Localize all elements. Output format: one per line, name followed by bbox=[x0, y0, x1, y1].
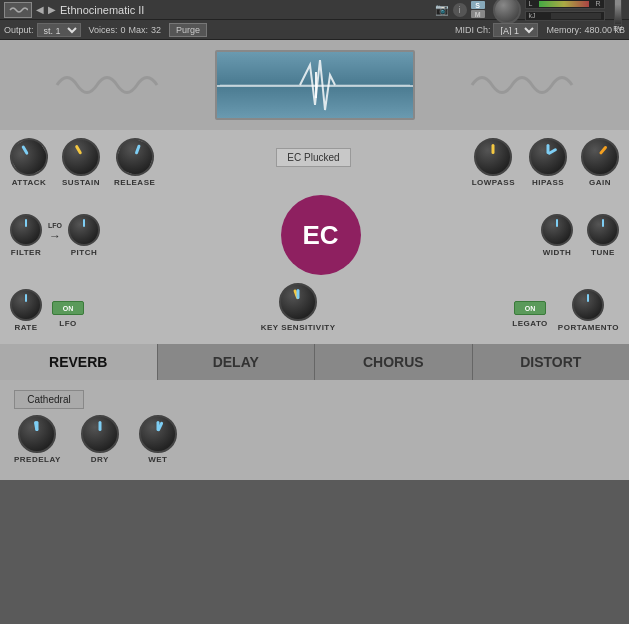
m-button[interactable]: M bbox=[471, 10, 485, 18]
s-button[interactable]: S bbox=[471, 1, 485, 9]
dry-label: DRY bbox=[91, 455, 109, 464]
dry-knob[interactable] bbox=[81, 415, 119, 453]
wet-knob[interactable] bbox=[139, 415, 177, 453]
cathedral-button[interactable]: Cathedral bbox=[14, 390, 84, 409]
attack-label: ATTACK bbox=[12, 178, 47, 187]
logo bbox=[4, 2, 32, 18]
lfo-arrow-group: LFO → bbox=[48, 222, 62, 243]
tab-chorus-label: CHORUS bbox=[363, 354, 424, 370]
sustain-label: SUSTAIN bbox=[62, 178, 100, 187]
wave-left bbox=[10, 55, 205, 115]
key-sens-group: KEY SENSITIVITY bbox=[261, 283, 336, 332]
tab-distort[interactable]: DISTORT bbox=[473, 344, 630, 380]
width-knob[interactable] bbox=[541, 214, 573, 246]
midi-select[interactable]: [A] 1 bbox=[493, 23, 538, 37]
hipass-label: HIPASS bbox=[532, 178, 564, 187]
key-sens-label: KEY SENSITIVITY bbox=[261, 323, 336, 332]
purge-button[interactable]: Purge bbox=[169, 23, 207, 37]
right-knobs-row1: LOWPASS HIPASS GAIN bbox=[472, 138, 619, 187]
filter-knob[interactable] bbox=[10, 214, 42, 246]
row3: RATE ON LFO KEY SENSITIVITY ON LEGATO bbox=[10, 283, 619, 336]
instrument-title: Ethnocinematic II bbox=[60, 4, 431, 16]
tab-reverb-label: REVERB bbox=[49, 354, 107, 370]
wet-group: WET bbox=[139, 415, 177, 464]
lowpass-knob[interactable] bbox=[474, 138, 512, 176]
portamento-group: PORTAMENTO bbox=[558, 289, 619, 332]
rbx-fader[interactable] bbox=[614, 0, 622, 25]
tab-section: REVERB DELAY CHORUS DISTORT bbox=[0, 344, 629, 380]
instrument-panel: ATTACK SUSTAIN RELEASE EC Plucked bbox=[0, 40, 629, 480]
inst-tune-knob[interactable] bbox=[587, 214, 619, 246]
reverb-section: Cathedral PREDELAY DRY WET bbox=[0, 380, 629, 480]
rate-knob[interactable] bbox=[10, 289, 42, 321]
info-icon[interactable]: i bbox=[453, 3, 467, 17]
release-label: RELEASE bbox=[114, 178, 155, 187]
rate-lfo-group: RATE ON LFO bbox=[10, 289, 84, 332]
memory-label: Memory: bbox=[546, 25, 581, 35]
output-item: Output: st. 1 bbox=[4, 23, 81, 37]
pitch-knob[interactable] bbox=[68, 214, 100, 246]
lfo-toggle[interactable]: ON bbox=[52, 301, 84, 315]
midi-item: MIDI Ch: [A] 1 bbox=[455, 23, 539, 37]
output-select[interactable]: st. 1 bbox=[37, 23, 81, 37]
s-m-buttons: S M bbox=[471, 1, 485, 18]
left-knobs-row1: ATTACK SUSTAIN RELEASE bbox=[10, 138, 155, 187]
row1: ATTACK SUSTAIN RELEASE EC Plucked bbox=[10, 138, 619, 187]
lfo-toggle-group: ON LFO bbox=[52, 301, 84, 328]
output-label: Output: bbox=[4, 25, 34, 35]
lr-section: L R kJ bbox=[525, 0, 605, 21]
gain-label: GAIN bbox=[589, 178, 611, 187]
lowpass-group: LOWPASS bbox=[472, 138, 515, 187]
memory-item: Memory: 480.00 kB bbox=[546, 25, 625, 35]
legato-toggle[interactable]: ON bbox=[514, 301, 546, 315]
right-wave-svg bbox=[462, 60, 582, 110]
portamento-label: PORTAMENTO bbox=[558, 323, 619, 332]
portamento-knob[interactable] bbox=[572, 289, 604, 321]
camera-icon[interactable]: 📷 bbox=[435, 3, 449, 16]
wave-right bbox=[425, 55, 620, 115]
width-tune-group: WIDTH TUNE bbox=[541, 214, 619, 257]
wet-label: WET bbox=[148, 455, 167, 464]
width-group: WIDTH bbox=[541, 214, 573, 257]
legato-label: LEGATO bbox=[512, 319, 548, 328]
release-group: RELEASE bbox=[114, 138, 155, 187]
attack-knob[interactable] bbox=[3, 131, 55, 183]
tab-chorus[interactable]: CHORUS bbox=[315, 344, 473, 380]
rate-group: RATE bbox=[10, 289, 42, 332]
pitch-label: PITCH bbox=[71, 248, 98, 257]
tune-group: TUNE bbox=[587, 214, 619, 257]
row2: FILTER LFO → PITCH EC WIDTH bbox=[10, 195, 619, 275]
inst-tune-label: TUNE bbox=[591, 248, 615, 257]
hipass-group: HIPASS bbox=[529, 138, 567, 187]
key-sens-knob[interactable] bbox=[279, 283, 317, 321]
gain-knob[interactable] bbox=[581, 138, 619, 176]
filter-pitch-group: FILTER LFO → PITCH bbox=[10, 214, 100, 257]
predelay-knob[interactable] bbox=[18, 415, 56, 453]
rate-label: RATE bbox=[14, 323, 37, 332]
release-knob[interactable] bbox=[110, 133, 159, 182]
reverb-top: Cathedral bbox=[14, 390, 615, 409]
preset-button[interactable]: EC Plucked bbox=[276, 148, 350, 167]
dry-group: DRY bbox=[81, 415, 119, 464]
tune-knob[interactable] bbox=[493, 0, 521, 24]
legato-portamento-group: ON LEGATO PORTAMENTO bbox=[512, 289, 619, 332]
attack-group: ATTACK bbox=[10, 138, 48, 187]
hipass-knob[interactable] bbox=[529, 138, 567, 176]
sustain-group: SUSTAIN bbox=[62, 138, 100, 187]
l-label: L bbox=[529, 0, 533, 7]
midi-label: MIDI Ch: bbox=[455, 25, 491, 35]
sustain-knob[interactable] bbox=[62, 138, 100, 176]
max-value: 32 bbox=[151, 25, 161, 35]
voices-item: Voices: 0 Max: 32 bbox=[89, 25, 162, 35]
next-arrow[interactable]: ▶ bbox=[48, 4, 56, 15]
tab-delay[interactable]: DELAY bbox=[158, 344, 316, 380]
r-label: R bbox=[596, 0, 601, 7]
predelay-group: PREDELAY bbox=[14, 415, 61, 464]
waveform-display bbox=[215, 50, 415, 120]
top-bar: ◀ ▶ Ethnocinematic II 📷 i S M Tune 0.00 … bbox=[0, 0, 629, 20]
prev-arrow[interactable]: ◀ bbox=[36, 4, 44, 15]
tab-reverb[interactable]: REVERB bbox=[0, 344, 158, 380]
lowpass-label: LOWPASS bbox=[472, 178, 515, 187]
pitch-group: PITCH bbox=[68, 214, 100, 257]
legato-group: ON LEGATO bbox=[512, 301, 548, 328]
